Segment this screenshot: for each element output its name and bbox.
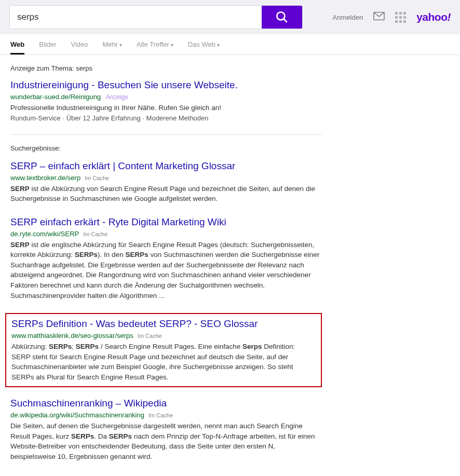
result-url[interactable]: www.matthiasklenk.de/seo-glossar/serps [11, 332, 133, 339]
result-desc: SERP ist die Abkürzung von Search Engine… [10, 184, 322, 204]
cache-link[interactable]: Im Cache [83, 231, 107, 237]
tab-more[interactable]: Mehr▾ [102, 34, 122, 55]
chevron-down-icon: ▾ [217, 42, 220, 48]
tab-web[interactable]: Web [10, 34, 24, 55]
result-desc: Die Seiten, auf denen die Suchergebnisse… [10, 421, 322, 461]
search-result: SERP – einfach erklärt | Content Marketi… [10, 160, 322, 204]
ad-label: Anzeige [106, 93, 128, 101]
tab-all-hits[interactable]: Alle Treffer▾ [137, 34, 173, 55]
ad-desc: Professionelle Industriereinigung in Ihr… [10, 103, 322, 113]
tab-the-web[interactable]: Das Web▾ [188, 34, 220, 55]
header-bar: Anmelden yahoo! [0, 0, 460, 34]
result-desc: SERP ist die englische Abkürzung für Sea… [10, 240, 322, 301]
result-url-line: de.wikipedia.org/wiki/Suchmaschinenranki… [10, 411, 322, 419]
result-title[interactable]: Suchmaschinenranking – Wikipedia [10, 398, 322, 409]
cache-link[interactable]: Im Cache [138, 333, 162, 339]
svg-point-0 [277, 12, 285, 20]
search-button[interactable] [262, 6, 302, 29]
header-right: Anmelden yahoo! [333, 11, 451, 23]
tab-video[interactable]: Video [71, 34, 88, 55]
result-desc: Abkürzung: SERPs; SERPs / Search Engine … [11, 342, 316, 382]
results-content: Anzeige zum Thema: serps Industriereinig… [0, 55, 332, 476]
result-url-line: de.ryte.com/wiki/SERPIm Cache [10, 230, 322, 238]
search-result: SERP einfach erkärt - Ryte Digital Marke… [10, 216, 322, 301]
search-result: SERPs Definition - Was bedeutet SERP? - … [5, 313, 322, 387]
ad-subline: Rundum-Service · Über 12 Jahre Erfahrung… [10, 114, 322, 122]
ad-title[interactable]: Industriereinigung - Besuchen Sie unsere… [10, 79, 322, 91]
cache-link[interactable]: Im Cache [148, 412, 173, 418]
results-section-label: Suchergebnisse: [10, 144, 322, 152]
result-url-line: www.matthiasklenk.de/seo-glossar/serpsIm… [11, 332, 316, 339]
result-url-line: www.textbroker.de/serpIm Cache [10, 174, 322, 182]
search-tabs: Web Bilder Video Mehr▾ Alle Treffer▾ Das… [0, 34, 460, 55]
ad-url[interactable]: wunderbar-sued.de/Reinigung [10, 93, 101, 101]
svg-line-1 [283, 19, 287, 22]
tab-images[interactable]: Bilder [39, 34, 56, 55]
cache-link[interactable]: Im Cache [85, 175, 109, 181]
result-title[interactable]: SERPs Definition - Was bedeutet SERP? - … [11, 318, 316, 330]
yahoo-logo[interactable]: yahoo! [416, 11, 451, 23]
ad-url-line: wunderbar-sued.de/Reinigung Anzeige [10, 93, 322, 101]
signin-link[interactable]: Anmelden [333, 13, 363, 21]
result-url[interactable]: www.textbroker.de/serp [10, 174, 80, 182]
search-input[interactable] [10, 6, 262, 29]
mail-icon[interactable] [373, 11, 385, 23]
ad-section-header: Anzeige zum Thema: serps [10, 64, 322, 72]
search-result: Suchmaschinenranking – Wikipediade.wikip… [10, 398, 322, 461]
chevron-down-icon: ▾ [119, 42, 122, 48]
result-url[interactable]: de.wikipedia.org/wiki/Suchmaschinenranki… [10, 411, 144, 419]
result-title[interactable]: SERP einfach erkärt - Ryte Digital Marke… [10, 216, 322, 228]
result-title[interactable]: SERP – einfach erklärt | Content Marketi… [10, 160, 322, 172]
apps-icon[interactable] [395, 12, 406, 23]
search-form [9, 5, 303, 29]
divider [10, 134, 322, 135]
search-icon [275, 10, 289, 24]
ad-result: Industriereinigung - Besuchen Sie unsere… [10, 79, 322, 122]
result-url[interactable]: de.ryte.com/wiki/SERP [10, 230, 79, 238]
chevron-down-icon: ▾ [171, 42, 173, 48]
